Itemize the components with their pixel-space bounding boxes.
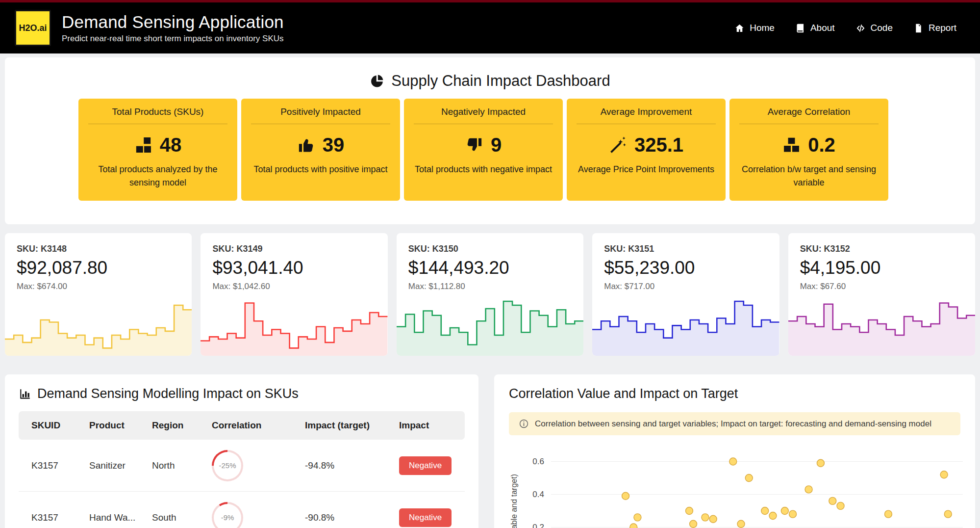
sku-sparkline-chart [788, 293, 975, 356]
sku-value: $93,041.40 [212, 258, 376, 278]
sku-card-k3151: SKU: K3151 $55,239.00 Max: $717.00 [592, 233, 779, 356]
dashboard-card: Supply Chain Impact Dashboard Total Prod… [5, 57, 975, 224]
thumbs-down-icon [465, 136, 483, 154]
nav-label: Code [871, 23, 893, 33]
table-row: K3157 Hand Wa... South -9% -90.8% Negati… [19, 492, 465, 528]
info-banner: Correlation between sensing and target v… [509, 412, 960, 435]
impact-table-title: Demand Sensing Modelling Impact on SKUs [19, 386, 465, 401]
kpi-value: 48 [160, 134, 182, 156]
scatter-plot: 0.60.40.2 [524, 450, 965, 528]
thumbs-up-icon [297, 136, 315, 154]
nav-label: Report [929, 23, 956, 33]
impact-table-title-text: Demand Sensing Modelling Impact on SKUs [37, 386, 299, 401]
app-header: H2O.ai Demand Sensing Application Predic… [0, 2, 980, 53]
sku-sparkline-chart [397, 293, 583, 356]
kpi-header: Negatively Impacted [414, 106, 553, 124]
column-header-correlation: Correlation [199, 420, 292, 431]
kpi-card-average-improvement: Average Improvement 325.1 Average Price … [567, 99, 726, 201]
boxes-stacked-icon [134, 136, 152, 154]
nav-item-code[interactable]: Code [855, 23, 893, 33]
cell-impact-target: -94.8% [292, 460, 386, 471]
nav-item-about[interactable]: About [795, 23, 835, 33]
cell-product: Hand Wa... [76, 512, 139, 523]
sku-card-row: SKU: K3148 $92,087.80 Max: $674.00 SKU: … [5, 233, 975, 356]
column-header-region: Region [139, 420, 199, 431]
app-subtitle: Predict near-real time short term impact… [62, 34, 284, 44]
correlation-donut: -25% [212, 450, 243, 481]
kpi-description: Total products with positive impact [253, 163, 387, 176]
sku-sparkline-chart [5, 293, 192, 356]
table-header-row: SKUID Product Region Correlation Impact … [19, 411, 465, 440]
cell-skuid: K3157 [19, 460, 76, 471]
kpi-header: Total Products (SKUs) [88, 106, 227, 124]
sku-sparkline-chart [201, 293, 387, 356]
kpi-header: Average Correlation [739, 106, 879, 124]
scatter-card: Correlation Value and Impact on Target C… [494, 374, 975, 528]
impact-table[interactable]: SKUID Product Region Correlation Impact … [19, 411, 465, 528]
cubes-icon [782, 136, 801, 154]
sku-value: $144,493.20 [408, 258, 572, 278]
svg-text:0.6: 0.6 [532, 457, 544, 466]
kpi-card-total-products: Total Products (SKUs) 48 Total products … [78, 99, 237, 201]
column-header-product: Product [76, 420, 139, 431]
nav-label: About [810, 23, 835, 33]
kpi-card-positively-impacted: Positively Impacted 39 Total products wi… [241, 99, 400, 201]
column-header-impact-target: Impact (target) [292, 420, 386, 431]
nav-label: Home [750, 23, 775, 33]
column-header-impact: Impact [386, 420, 465, 431]
correlation-donut-value: -25% [214, 452, 241, 479]
book-icon [795, 23, 805, 33]
report-icon [913, 23, 924, 33]
sku-sparkline-chart [592, 293, 779, 356]
impact-table-card: Demand Sensing Modelling Impact on SKUs … [5, 374, 478, 528]
sku-label: SKU: K3151 [604, 244, 767, 254]
table-row: K3157 Sanitizer North -25% -94.8% Negati… [19, 440, 465, 492]
pie-chart-icon [370, 74, 384, 88]
kpi-row: Total Products (SKUs) 48 Total products … [5, 99, 975, 201]
kpi-value: 9 [491, 134, 502, 156]
sku-value: $92,087.80 [17, 258, 180, 278]
scatter-title: Correlation Value and Impact on Target [509, 386, 960, 401]
sku-label: SKU: K3149 [212, 244, 376, 254]
scatter-y-axis-label: riable and target) [510, 474, 519, 528]
sku-label: SKU: K3150 [408, 244, 572, 254]
sku-max: Max: $717.00 [604, 282, 767, 291]
dashboard-title-text: Supply Chain Impact Dashboard [391, 72, 610, 90]
sku-label: SKU: K3152 [800, 244, 963, 254]
svg-text:0.4: 0.4 [532, 490, 544, 499]
h2o-logo[interactable]: H2O.ai [15, 10, 51, 46]
sku-max: Max: $1,042.60 [212, 282, 376, 291]
kpi-card-negatively-impacted: Negatively Impacted 9 Total products wit… [404, 99, 563, 201]
sku-label: SKU: K3148 [17, 244, 180, 254]
impact-badge: Negative [399, 456, 452, 475]
title-block: Demand Sensing Application Predict near-… [62, 12, 284, 44]
code-icon [855, 23, 866, 33]
sku-card-k3149: SKU: K3149 $93,041.40 Max: $1,042.60 [201, 233, 387, 356]
kpi-header: Average Improvement [577, 106, 716, 124]
sku-value: $55,239.00 [604, 258, 767, 278]
logo-text: H2O.ai [19, 23, 47, 33]
cell-product: Sanitizer [76, 460, 139, 471]
info-banner-text: Correlation between sensing and target v… [535, 419, 931, 429]
column-header-skuid: SKUID [19, 420, 76, 431]
cell-impact-target: -90.8% [292, 512, 386, 523]
kpi-header: Positively Impacted [251, 106, 390, 124]
sku-card-k3150: SKU: K3150 $144,493.20 Max: $1,112.80 [397, 233, 583, 356]
kpi-description: Total products with negative impact [415, 163, 552, 176]
sku-value: $4,195.00 [800, 258, 963, 278]
kpi-description: Correlation b/w target and sensing varia… [739, 163, 879, 189]
main-content: Supply Chain Impact Dashboard Total Prod… [0, 53, 980, 528]
app-title: Demand Sensing Application [62, 12, 284, 32]
home-icon [734, 23, 745, 33]
cell-region: South [139, 512, 199, 523]
nav-item-home[interactable]: Home [734, 23, 775, 33]
kpi-value: 325.1 [634, 134, 683, 156]
kpi-value: 0.2 [808, 134, 835, 156]
sku-card-k3152: SKU: K3152 $4,195.00 Max: $67.60 [788, 233, 975, 356]
sku-card-k3148: SKU: K3148 $92,087.80 Max: $674.00 [5, 233, 192, 356]
sku-max: Max: $67.60 [800, 282, 963, 291]
info-icon [519, 419, 529, 429]
correlation-donut: -9% [212, 502, 243, 528]
bar-chart-icon [19, 388, 31, 400]
nav-item-report[interactable]: Report [913, 23, 956, 33]
